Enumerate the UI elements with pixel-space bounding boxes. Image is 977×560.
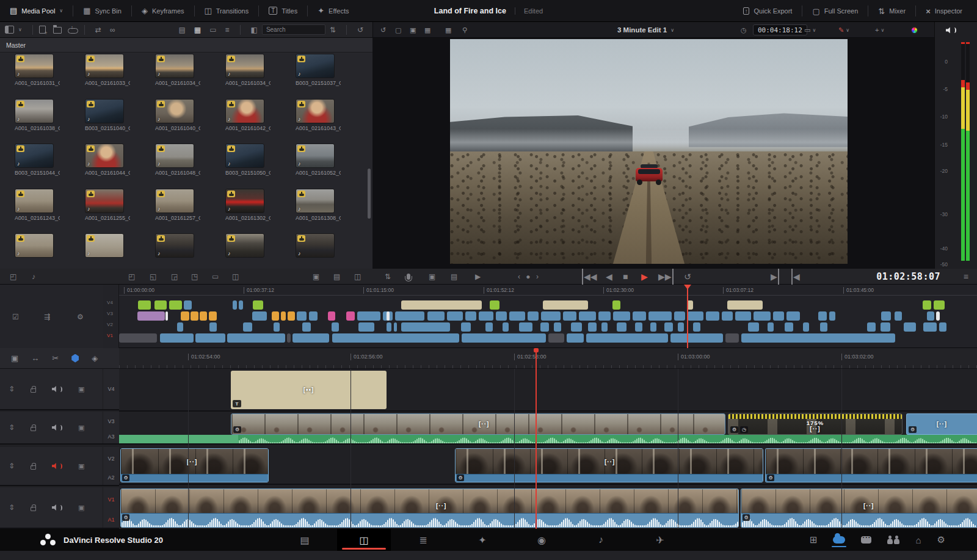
- media-clip[interactable]: ♪A001_02161031_C…: [15, 54, 54, 95]
- source-overwrite-icon[interactable]: ▭: [212, 269, 219, 285]
- refresh-icon[interactable]: ↺: [353, 26, 368, 34]
- overview-clip[interactable]: [461, 322, 471, 332]
- clip-settings-icon[interactable]: ⚙: [767, 475, 774, 481]
- overview-clip[interactable]: [169, 300, 182, 310]
- jog-shuttle[interactable]: ‹ ● ›: [518, 269, 540, 285]
- overview-clip[interactable]: [302, 322, 311, 332]
- cloud-sync-status-icon[interactable]: [833, 536, 845, 544]
- media-clip-thumbnail[interactable]: ♪: [85, 54, 124, 78]
- overview-clip[interactable]: [579, 311, 596, 321]
- search-input[interactable]: Search: [262, 24, 325, 35]
- overview-clip[interactable]: [281, 311, 286, 321]
- overview-clip[interactable]: [664, 322, 673, 332]
- page-deliver[interactable]: ✈: [633, 529, 687, 551]
- overview-clip[interactable]: [650, 322, 656, 332]
- preview-view-icon[interactable]: ▭: [205, 26, 220, 34]
- overview-clip[interactable]: [200, 311, 207, 321]
- overview-clip[interactable]: [209, 322, 217, 332]
- grid-view-icon[interactable]: ▦: [190, 26, 205, 34]
- snapping-icon[interactable]: [71, 354, 79, 363]
- overview-clip[interactable]: [479, 311, 493, 321]
- overview-clip[interactable]: [332, 333, 459, 343]
- viewer-video[interactable]: [450, 39, 848, 264]
- overview-clip[interactable]: [543, 300, 588, 310]
- overview-clip[interactable]: [328, 311, 335, 321]
- overview-clip[interactable]: [490, 300, 499, 310]
- video-clip-v1-1[interactable]: [··] ⚙: [120, 489, 739, 528]
- overview-clip[interactable]: [184, 300, 192, 310]
- overview-clip[interactable]: [722, 311, 733, 321]
- overview-clip[interactable]: [881, 311, 891, 321]
- media-clip-thumbnail[interactable]: ♪: [15, 99, 54, 123]
- overview-clip[interactable]: [357, 311, 380, 321]
- overview-clip[interactable]: [233, 300, 237, 310]
- media-clip[interactable]: ♪B003_02151040_C…: [85, 99, 124, 140]
- overview-clip[interactable]: [292, 333, 329, 343]
- overview-clip[interactable]: [648, 311, 672, 321]
- media-clip[interactable]: ♪A001_02161033_C…: [85, 54, 124, 95]
- overview-clip[interactable]: [567, 333, 584, 343]
- clip-play-icon[interactable]: ▶: [475, 269, 481, 285]
- razor-icon[interactable]: ✂: [52, 354, 59, 363]
- page-media[interactable]: ▤: [278, 529, 332, 551]
- speaker-icon[interactable]: [946, 27, 956, 34]
- media-clip-thumbnail[interactable]: ♪: [85, 99, 124, 123]
- strip-view-icon[interactable]: ▤: [174, 26, 189, 34]
- overview-clip[interactable]: [934, 300, 945, 310]
- overview-clip[interactable]: [754, 311, 771, 321]
- overview-clip[interactable]: [598, 311, 611, 321]
- media-clip[interactable]: ♪A001_02161255_C…: [85, 189, 124, 230]
- track-lock-icon[interactable]: [31, 427, 36, 431]
- overview-clip[interactable]: [243, 322, 252, 332]
- overview-clip[interactable]: [274, 322, 280, 332]
- overview-clip[interactable]: [509, 311, 525, 321]
- timeline-options-icon[interactable]: ⇅: [385, 269, 391, 285]
- mixer-button[interactable]: ⇅ Mixer: [868, 0, 915, 22]
- track-enable-icon[interactable]: ▣: [78, 385, 84, 393]
- media-clip[interactable]: ♪A001_02161043_C…: [296, 99, 335, 140]
- overview-clip[interactable]: [818, 311, 827, 321]
- overview-clip[interactable]: [401, 300, 482, 310]
- voiceover-mic-icon[interactable]: [407, 269, 410, 285]
- overview-clip[interactable]: [387, 322, 391, 332]
- overview-clip[interactable]: [181, 311, 189, 321]
- overview-clip[interactable]: [548, 333, 564, 343]
- track-lock-icon[interactable]: [31, 507, 36, 511]
- clip-settings-icon[interactable]: ⚙: [909, 426, 917, 433]
- track-lock-icon[interactable]: [31, 388, 36, 393]
- media-clip[interactable]: ♪: [225, 233, 264, 269]
- overview-clip[interactable]: [727, 300, 763, 310]
- overview-clip[interactable]: [195, 333, 225, 343]
- sync-icon[interactable]: ⇄: [91, 26, 106, 34]
- trim-edit-icon[interactable]: ▣: [11, 354, 18, 363]
- media-clip-thumbnail[interactable]: ♪: [155, 54, 194, 78]
- track-enable-icon[interactable]: ▣: [78, 504, 84, 512]
- overview-clip[interactable]: [540, 322, 549, 332]
- overview-clip[interactable]: [387, 311, 390, 321]
- overview-clip[interactable]: [803, 322, 809, 332]
- video-clip-v2-3[interactable]: ⚙: [765, 448, 977, 482]
- overview-clip[interactable]: [288, 311, 295, 321]
- next-edit-button[interactable]: ▶: [771, 269, 779, 285]
- overview-clip[interactable]: [939, 322, 946, 332]
- overview-clip[interactable]: [678, 322, 684, 332]
- media-clip-thumbnail[interactable]: ♪: [296, 233, 335, 258]
- media-clip-thumbnail[interactable]: ♪: [155, 233, 194, 258]
- relink-icon[interactable]: ∞: [106, 26, 120, 34]
- overview-clip[interactable]: [309, 311, 318, 321]
- viewer-refresh-icon[interactable]: ↺: [380, 22, 386, 38]
- overview-clip[interactable]: [503, 322, 509, 332]
- media-clip[interactable]: ♪: [296, 233, 335, 269]
- track-lock-icon[interactable]: [31, 465, 36, 470]
- clip-settings-icon[interactable]: ⚙: [233, 426, 241, 433]
- import-folder-icon[interactable]: [53, 27, 62, 34]
- page-edit[interactable]: ≣: [396, 529, 450, 551]
- overview-clip[interactable]: [588, 322, 597, 332]
- media-clip[interactable]: ♪: [155, 233, 194, 269]
- media-clip-thumbnail[interactable]: ♪: [85, 189, 124, 213]
- timeline-menu-icon[interactable]: ≡: [964, 269, 968, 285]
- overview-clip[interactable]: [346, 311, 355, 321]
- grab-still-icon[interactable]: ▣: [429, 269, 435, 285]
- clip-settings-icon[interactable]: ⚙: [122, 514, 129, 521]
- overview-clip[interactable]: [465, 311, 476, 321]
